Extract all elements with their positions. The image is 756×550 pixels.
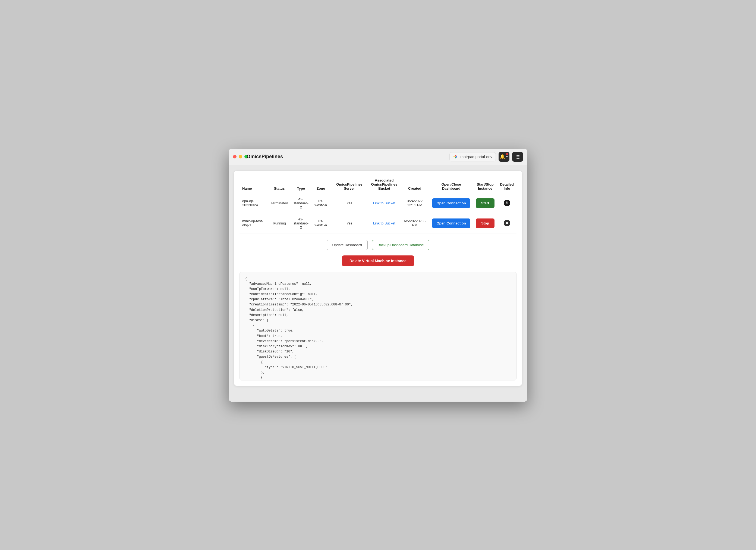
instances-table: Name Status Type Zone OmicsPipelines Ser… — [240, 176, 516, 233]
col-info: DetailedInfo — [497, 176, 516, 193]
traffic-lights — [233, 155, 248, 158]
row1-dashboard[interactable]: Open Connection — [429, 193, 473, 213]
row2-server: Yes — [330, 213, 368, 233]
delete-instance-button[interactable]: Delete Virtual Machine Instance — [342, 255, 414, 266]
row2-zone: us-west1-a — [311, 213, 330, 233]
content-area: Name Status Type Zone OmicsPipelines Ser… — [229, 165, 527, 402]
main-panel: Name Status Type Zone OmicsPipelines Ser… — [234, 171, 522, 386]
row1-open-connection-button[interactable]: Open Connection — [432, 198, 470, 208]
col-dashboard: Open/CloseDashboard — [429, 176, 473, 193]
row2-dashboard[interactable]: Open Connection — [429, 213, 473, 233]
row1-start-button[interactable]: Start — [476, 198, 495, 208]
backup-dashboard-button[interactable]: Backup Dashboard Database — [372, 240, 430, 250]
close-button[interactable] — [233, 155, 237, 158]
notification-badge — [506, 153, 508, 155]
row2-bucket-link[interactable]: Link to Bucket — [373, 221, 395, 225]
row1-instance[interactable]: Start — [473, 193, 497, 213]
dropdown-arrow: ▼ — [506, 155, 508, 158]
app-title: OmicsPipelines — [247, 154, 283, 159]
row1-zone: us-west2-a — [311, 193, 330, 213]
actions-row: Update Dashboard Backup Dashboard Databa… — [240, 240, 516, 250]
row2-info[interactable]: ✕ — [497, 213, 516, 233]
sliders-icon — [515, 154, 520, 159]
row1-status: Terminated — [268, 193, 291, 213]
google-cloud-icon — [453, 154, 458, 159]
row1-type: e2-standard-2 — [291, 193, 311, 213]
row1-bucket-link[interactable]: Link to Bucket — [373, 201, 395, 205]
col-type: Type — [291, 176, 311, 193]
row2-stop-button[interactable]: Stop — [476, 218, 494, 228]
app-window: OmicsPipelines motrpac-portal-dev 🔔 ▼ — [229, 149, 527, 402]
settings-button[interactable] — [512, 152, 523, 162]
row1-bucket[interactable]: Link to Bucket — [368, 193, 400, 213]
row1-name: djm-op-20220324 — [240, 193, 268, 213]
row2-instance[interactable]: Stop — [473, 213, 497, 233]
titlebar: OmicsPipelines motrpac-portal-dev 🔔 ▼ — [229, 149, 527, 165]
col-instance: Start/StopInstance — [473, 176, 497, 193]
row2-created: 6/5/2022 4:35 PM — [400, 213, 429, 233]
col-name: Name — [240, 176, 268, 193]
row2-close-icon[interactable]: ✕ — [504, 220, 510, 226]
notification-button[interactable]: 🔔 ▼ — [499, 152, 509, 162]
row1-info[interactable]: ℹ — [497, 193, 516, 213]
update-dashboard-button[interactable]: Update Dashboard — [327, 240, 368, 250]
row1-created: 3/24/2022 12:11 PM — [400, 193, 429, 213]
minimize-button[interactable] — [239, 155, 242, 158]
col-created: Created — [400, 176, 429, 193]
json-panel: { "advancedMachineFeatures": null, "canI… — [240, 272, 516, 381]
col-zone: Zone — [311, 176, 330, 193]
row2-bucket[interactable]: Link to Bucket — [368, 213, 400, 233]
delete-row: Delete Virtual Machine Instance — [240, 255, 516, 266]
row2-status: Running — [268, 213, 291, 233]
project-badge[interactable]: motrpac-portal-dev — [449, 152, 496, 161]
project-name: motrpac-portal-dev — [461, 155, 493, 159]
row1-server: Yes — [330, 193, 368, 213]
bell-icon: 🔔 — [500, 154, 505, 159]
row1-info-icon[interactable]: ℹ — [504, 200, 510, 206]
row2-open-connection-button[interactable]: Open Connection — [432, 218, 470, 228]
col-bucket: AssociatedOmicsPipelinesBucket — [368, 176, 400, 193]
row2-type: e2-standard-2 — [291, 213, 311, 233]
col-status: Status — [268, 176, 291, 193]
table-row: mihir-op-test-dbg-1 Running e2-standard-… — [240, 213, 516, 233]
row2-name: mihir-op-test-dbg-1 — [240, 213, 268, 233]
col-server: OmicsPipelines Server — [330, 176, 368, 193]
table-row: djm-op-20220324 Terminated e2-standard-2… — [240, 193, 516, 213]
